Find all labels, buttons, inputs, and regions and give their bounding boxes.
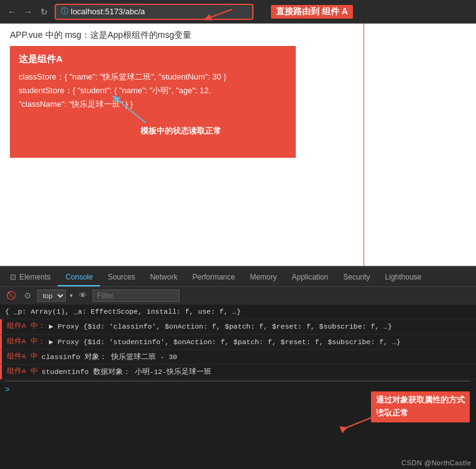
filter-input[interactable] (93, 289, 180, 302)
context-select[interactable]: top (37, 289, 66, 302)
browser-toolbar: ← → ↻ ⓘ 直接路由到 组件 A (0, 0, 476, 24)
component-a-data-line3: "className": "快乐足球一班" } } (19, 98, 287, 111)
select-arrow-icon: ▾ (70, 292, 73, 299)
back-button[interactable]: ← (6, 6, 17, 17)
watermark: CSDN @NorthCastle (401, 459, 471, 467)
console-prompt[interactable]: > (0, 383, 476, 397)
console-label-1: 组件A 中： (7, 321, 45, 330)
console-row-3: 组件A 中 classinfo 对象： 快乐篮球二班 - 30 (0, 350, 476, 365)
console-text-0: { _p: Array(1), _a: EffectScope, install… (5, 306, 471, 317)
console-label-3: 组件A 中 (7, 352, 38, 361)
console-text-4: studentinfo 数据对象： 小明-12-快乐足球一班 (42, 367, 471, 377)
forward-button[interactable]: → (22, 6, 34, 17)
url-input[interactable] (71, 7, 247, 16)
refresh-button[interactable]: ↻ (39, 6, 50, 17)
tab-performance[interactable]: Performance (185, 269, 242, 286)
component-a-data: classStore：{ "name": "快乐篮球二班", "studentN… (19, 70, 287, 111)
tab-elements[interactable]: ⊡ Elements (2, 269, 58, 286)
console-text-2: ▶ Proxy {$id: 'studentinfo', $onAction: … (49, 337, 471, 347)
console-text-3: classinfo 对象： 快乐篮球二班 - 30 (42, 352, 471, 362)
app-msg: APP.vue 中的 msg：这是App根组件的msg变量 (10, 30, 466, 41)
info-icon: ⓘ (61, 6, 68, 17)
tab-lighthouse[interactable]: Lighthouse (378, 269, 429, 286)
tab-elements-icon: ⊡ (10, 273, 16, 281)
component-a-data-line2: studentStore：{ "student": { "name": "小明"… (19, 84, 287, 98)
devtools-tabs: ⊡ Elements Console Sources Network Perfo… (0, 267, 476, 287)
component-a-title: 这是组件A (19, 53, 287, 65)
console-row-4: 组件A 中 studentinfo 数据对象： 小明-12-快乐足球一班 (0, 365, 476, 380)
address-bar[interactable]: ⓘ (55, 4, 254, 20)
devtools-toolbar: 🚫 ⊙ top ▾ 👁 (0, 287, 476, 304)
console-output: { _p: Array(1), _a: EffectScope, install… (0, 304, 476, 469)
component-a-box: 这是组件A classStore：{ "name": "快乐篮球二班", "st… (10, 46, 296, 158)
console-separator (5, 381, 471, 381)
eye-icon[interactable]: 👁 (76, 289, 89, 302)
tab-console[interactable]: Console (58, 269, 100, 286)
tab-application[interactable]: Application (285, 269, 336, 286)
component-a-data-line1: classStore：{ "name": "快乐篮球二班", "studentN… (19, 70, 287, 84)
annotation-template: 模板中的状态读取正常 (134, 123, 227, 139)
tab-sources[interactable]: Sources (100, 269, 142, 286)
annotation-direct: 直接路由到 组件 A (271, 5, 353, 19)
tab-memory[interactable]: Memory (242, 269, 284, 286)
console-settings-button[interactable]: ⊙ (21, 289, 34, 302)
clear-console-button[interactable]: 🚫 (5, 289, 17, 302)
console-row-0: { _p: Array(1), _a: EffectScope, install… (0, 304, 476, 319)
devtools-panel: ⊡ Elements Console Sources Network Perfo… (0, 266, 476, 469)
console-row-2: 组件A 中： ▶ Proxy {$id: 'studentinfo', $onA… (0, 335, 476, 350)
tab-network[interactable]: Network (142, 269, 185, 286)
console-row-1: 组件A 中： ▶ Proxy {$id: 'classinfo', $onAct… (0, 319, 476, 334)
console-label-2: 组件A 中： (7, 337, 45, 346)
page-content: APP.vue 中的 msg：这是App根组件的msg变量 这是组件A clas… (0, 24, 476, 266)
console-text-1: ▶ Proxy {$id: 'classinfo', $onAction: f,… (49, 321, 471, 332)
tab-security[interactable]: Security (336, 269, 377, 286)
console-label-4: 组件A 中 (7, 367, 38, 376)
